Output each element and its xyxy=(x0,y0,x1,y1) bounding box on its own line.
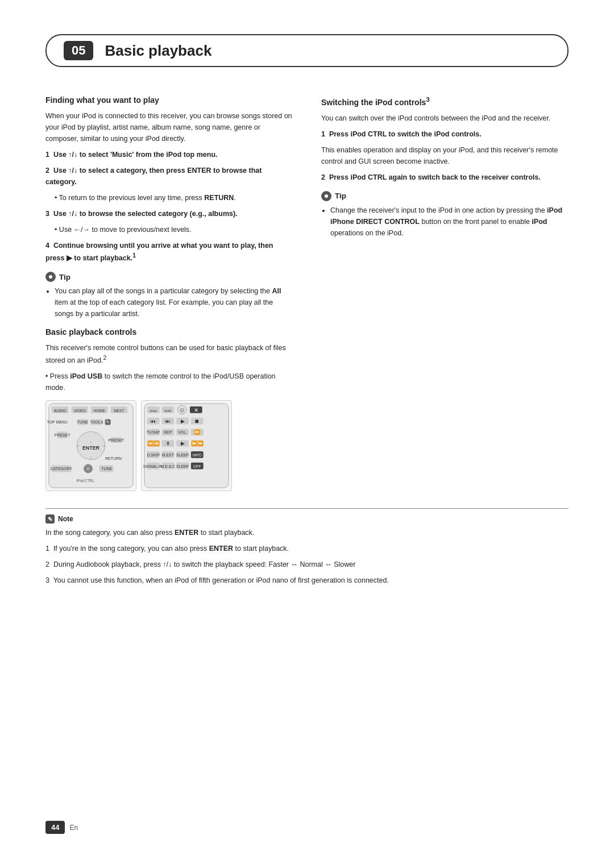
remote-left-svg: AUDIO VIDEO HOME NEXT TOP MENU TUNE TOOL… xyxy=(45,400,136,491)
svg-text:⏮: ⏮ xyxy=(151,418,156,424)
svg-text:REP: REP xyxy=(164,431,172,435)
svg-text:SLEEP: SLEEP xyxy=(176,464,189,468)
svg-text:✕: ✕ xyxy=(194,407,198,413)
section-basic-controls-heading: Basic playback controls xyxy=(45,327,293,337)
svg-text:CATEGORY: CATEGORY xyxy=(51,467,73,471)
svg-text:ENTER: ENTER xyxy=(82,445,100,451)
svg-text:HOME: HOME xyxy=(93,409,105,413)
svg-text:DVD: DVD xyxy=(164,409,171,413)
section-switching-intro: You can switch over the iPod controls be… xyxy=(321,113,569,124)
svg-text:RETURN: RETURN xyxy=(105,456,122,460)
svg-text:INFO: INFO xyxy=(193,453,202,457)
remote-image: AUDIO VIDEO HOME NEXT TOP MENU TUNE TOOL… xyxy=(45,400,293,491)
svg-text:TUNE: TUNE xyxy=(101,467,112,471)
tip-label-finding: Tip xyxy=(59,273,70,281)
section-finding-intro: When your iPod is connected to this rece… xyxy=(45,110,293,144)
step-2-bullet: • To return to the previous level any ti… xyxy=(55,192,293,203)
page-lang: En xyxy=(69,824,78,832)
svg-text:▶: ▶ xyxy=(181,418,185,424)
left-column: Finding what you want to play When your … xyxy=(45,95,293,491)
svg-text:←: ← xyxy=(76,444,80,448)
svg-text:⏭: ⏭ xyxy=(165,418,171,424)
tip-content-finding: You can play all of the songs in a parti… xyxy=(45,285,293,319)
note-section: Note In the song category, you can also … xyxy=(45,508,569,586)
svg-text:OFF: OFF xyxy=(193,464,201,468)
step-2-text: 2 Use ↑/↓ to select a category, then pre… xyxy=(45,165,293,188)
svg-text:▶: ▶ xyxy=(181,441,185,446)
section-basic-controls-bullet: • Press iPod USB to switch the remote co… xyxy=(45,371,293,393)
svg-text:TOOLS: TOOLS xyxy=(90,421,103,425)
note-label: Note xyxy=(58,515,73,523)
chapter-number: 05 xyxy=(64,41,93,60)
svg-text:TOP MENU: TOP MENU xyxy=(47,420,68,424)
section-switching: Switching the iPod controls3 You can swi… xyxy=(321,95,569,239)
svg-text:D.SKIP: D.SKIP xyxy=(147,453,160,457)
note-icon xyxy=(45,514,55,524)
svg-text:SLEEP: SLEEP xyxy=(176,453,189,457)
step-3-bullet: • Use ←/→ to move to previous/next level… xyxy=(55,224,293,235)
svg-text:M.E.A.C: M.E.A.C xyxy=(161,464,176,468)
svg-text:✎: ✎ xyxy=(106,420,110,425)
right-step-1: 1 Press iPod CTRL to switch the iPod con… xyxy=(321,128,569,167)
svg-text:NEXT: NEXT xyxy=(114,409,125,413)
right-step-1-content: This enables operation and display on yo… xyxy=(321,144,569,167)
svg-text:⏹: ⏹ xyxy=(194,418,200,424)
page-number: 44 xyxy=(45,821,65,834)
svg-text:VIDEO: VIDEO xyxy=(74,409,86,413)
svg-text:AUDIO: AUDIO xyxy=(54,409,67,413)
step-1: 1 Use ↑/↓ to select 'Music' from the iPo… xyxy=(45,149,293,160)
right-step-1-heading: 1 Press iPod CTRL to switch the iPod con… xyxy=(321,128,569,140)
chapter-header: 05 Basic playback xyxy=(45,34,569,67)
tip-header-finding: Tip xyxy=(45,272,293,282)
svg-text:⏩⏩: ⏩⏩ xyxy=(191,440,204,447)
svg-text:VOL.: VOL. xyxy=(178,431,187,435)
svg-text:↓: ↓ xyxy=(90,455,92,459)
note-header: Note xyxy=(45,514,569,524)
svg-text:→: → xyxy=(102,444,106,448)
section-switching-heading: Switching the iPod controls3 xyxy=(321,95,569,107)
svg-text:TV/SAT: TV/SAT xyxy=(147,431,160,435)
section-finding-heading: Finding what you want to play xyxy=(45,95,293,105)
svg-text:iPod CTRL: iPod CTRL xyxy=(76,479,94,483)
tip-icon-finding xyxy=(45,272,56,282)
svg-text:⏩: ⏩ xyxy=(194,429,201,436)
step-3: 3 Use ↑/↓ to browse the selected categor… xyxy=(45,208,293,235)
tip-box-switching: Tip Change the receiver's input to the i… xyxy=(321,191,569,239)
tip-icon-switching xyxy=(321,191,331,201)
svg-text:TUNE: TUNE xyxy=(77,421,88,425)
svg-text:M.EXT: M.EXT xyxy=(162,453,175,457)
tip-header-switching: Tip xyxy=(321,191,569,201)
right-step-2: 2 Press iPod CTRL again to switch back t… xyxy=(321,172,569,183)
note-content: In the song category, you can also press… xyxy=(45,527,569,586)
remote-right-svg: iPod DVD ⊙ ✕ ⏮ ⏭ ▶ xyxy=(141,400,232,491)
svg-text:PRESET: PRESET xyxy=(109,438,125,442)
step-4: 4 Continue browsing until you arrive at … xyxy=(45,240,293,264)
section-basic-controls: Basic playback controls This receiver's … xyxy=(45,327,293,491)
section-basic-controls-intro: This receiver's remote control buttons c… xyxy=(45,342,293,366)
section-finding: Finding what you want to play When your … xyxy=(45,95,293,319)
step-3-text: 3 Use ↑/↓ to browse the selected categor… xyxy=(45,208,293,219)
svg-text:⊙: ⊙ xyxy=(86,467,90,471)
svg-text:↑: ↑ xyxy=(90,441,92,445)
right-column: Switching the iPod controls3 You can swi… xyxy=(321,95,569,491)
step-4-text: 4 Continue browsing until you arrive at … xyxy=(45,240,293,264)
page-number-area: 44 En xyxy=(45,821,78,834)
svg-text:iPod: iPod xyxy=(150,409,157,413)
chapter-title: Basic playback xyxy=(105,42,211,60)
tip-content-switching: Change the receiver's input to the iPod … xyxy=(321,205,569,239)
svg-text:⊙: ⊙ xyxy=(180,407,184,413)
svg-text:⏪⏪: ⏪⏪ xyxy=(147,440,160,447)
svg-text:⏸: ⏸ xyxy=(165,441,171,446)
tip-box-finding: Tip You can play all of the songs in a p… xyxy=(45,272,293,319)
step-2: 2 Use ↑/↓ to select a category, then pre… xyxy=(45,165,293,203)
step-1-text: 1 Use ↑/↓ to select 'Music' from the iPo… xyxy=(45,149,293,160)
two-col-layout: Finding what you want to play When your … xyxy=(45,95,569,491)
svg-text:PRESET: PRESET xyxy=(55,434,70,438)
right-step-2-heading: 2 Press iPod CTRL again to switch back t… xyxy=(321,172,569,183)
page-container: 05 Basic playback Finding what you want … xyxy=(0,0,614,868)
tip-label-switching: Tip xyxy=(335,192,346,200)
